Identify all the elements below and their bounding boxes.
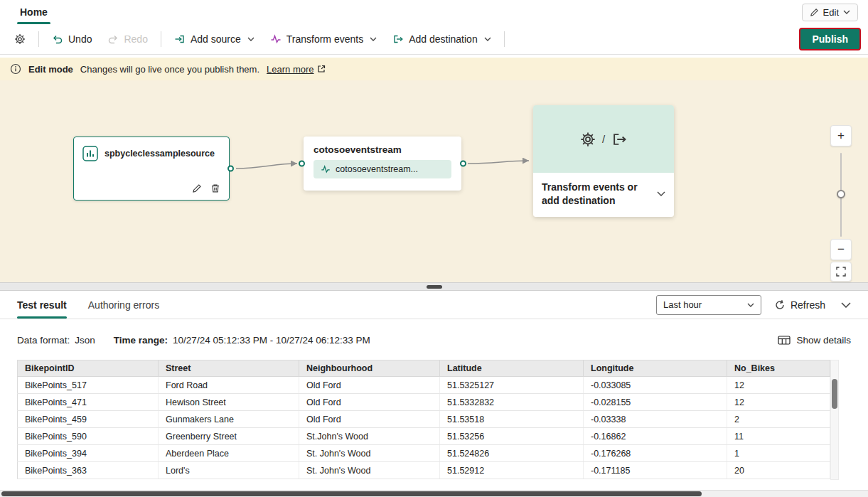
refresh-button[interactable]: Refresh	[774, 299, 825, 311]
eventstream-canvas[interactable]: spbycleclessamplesource cotosoeventstrea…	[0, 80, 868, 282]
table-cell: Greenberry Street	[159, 428, 299, 445]
test-result-panel: Test result Authoring errors Last hour R…	[0, 291, 868, 497]
table-cell: 2	[727, 411, 830, 428]
info-icon	[10, 63, 21, 75]
show-details-button[interactable]: Show details	[778, 335, 851, 346]
tab-home[interactable]: Home	[10, 0, 58, 24]
learn-more-link[interactable]: Learn more	[267, 64, 325, 75]
table-row: BikePoints_394 Aberdeen Place St. John's…	[18, 445, 830, 462]
add-destination-label: Add destination	[409, 33, 478, 45]
chevron-down-icon	[843, 10, 850, 14]
banner-message: Changes will go live once you publish th…	[80, 64, 259, 75]
settings-button[interactable]	[7, 28, 33, 50]
scrollbar-thumb[interactable]	[1, 491, 702, 496]
source-output-port[interactable]	[227, 166, 234, 172]
chevron-down-icon	[247, 37, 254, 41]
source-node-actions	[192, 183, 220, 193]
panel-splitter	[0, 282, 868, 291]
publish-button[interactable]: Publish	[799, 28, 861, 50]
table-cell: 1	[727, 445, 830, 462]
table-row: BikePoints_517 Ford Road Old Ford 51.532…	[18, 377, 830, 394]
edit-node-button[interactable]	[192, 183, 202, 193]
redo-icon	[107, 33, 119, 45]
fit-view-button[interactable]	[830, 262, 852, 282]
data-format-label: Data format:	[17, 335, 70, 346]
result-info-row: Data format: Json Time range: 10/27/24 0…	[0, 319, 868, 360]
column-header-no-bikes: No_Bikes	[727, 360, 830, 377]
table-cell: BikePoints_590	[18, 428, 159, 445]
source-node[interactable]: spbycleclessamplesource	[73, 137, 230, 201]
table-cell: St. John's Wood	[299, 445, 440, 462]
collapse-panel-button[interactable]	[841, 302, 851, 308]
table-cell: St.John's Wood	[299, 428, 440, 445]
table-cell: St. John's Wood	[299, 462, 440, 479]
delete-node-button[interactable]	[210, 183, 220, 193]
tab-test-result[interactable]: Test result	[17, 291, 67, 319]
time-range-select[interactable]: Last hour	[656, 295, 761, 315]
chevron-down-icon	[370, 37, 377, 41]
table-header-row: BikepointID Street Neighbourhood Latitud…	[18, 360, 830, 377]
eventstream-node[interactable]: cotosoeventstream cotosoeventstream...	[304, 137, 461, 191]
add-source-button[interactable]: Add source	[167, 28, 262, 50]
table-cell: 51.52912	[440, 462, 584, 479]
eventstream-input-port[interactable]	[299, 161, 305, 167]
icon-divider: /	[602, 133, 605, 145]
panel-resize-handle[interactable]	[427, 285, 442, 289]
table-cell: Ford Road	[159, 377, 299, 394]
table-vertical-scrollbar[interactable]	[830, 360, 839, 480]
table-cell: BikePoints_471	[18, 394, 159, 411]
redo-label: Redo	[124, 33, 147, 45]
tab-authoring-errors[interactable]: Authoring errors	[88, 291, 159, 319]
undo-button[interactable]: Undo	[45, 28, 99, 50]
table-cell: Old Ford	[299, 377, 440, 394]
horizontal-scrollbar[interactable]	[0, 490, 868, 497]
zoom-in-button[interactable]: +	[830, 125, 852, 146]
show-details-label: Show details	[796, 335, 851, 346]
ribbon-toolbar: Undo Redo Add source Transform events	[0, 24, 868, 55]
column-header-neighbourhood: Neighbourhood	[299, 360, 440, 377]
table-cell: 51.53518	[440, 411, 584, 428]
table-cell: -0.03338	[584, 411, 727, 428]
toolbar-divider	[38, 31, 39, 47]
edit-button[interactable]: Edit	[802, 4, 858, 21]
refresh-label: Refresh	[791, 299, 825, 311]
table-cell: 11	[727, 428, 830, 445]
table-cell: Lord's	[159, 462, 299, 479]
add-destination-button[interactable]: Add destination	[385, 28, 498, 50]
chevron-down-icon	[657, 191, 665, 196]
source-node-header: spbycleclessamplesource	[74, 137, 229, 161]
edit-button-label: Edit	[823, 7, 839, 18]
source-node-title: spbycleclessamplesource	[105, 149, 215, 159]
zoom-out-button[interactable]: −	[830, 239, 852, 260]
table-row: BikePoints_590 Greenberry Street St.John…	[18, 428, 830, 445]
external-link-icon	[317, 65, 326, 73]
time-range-select-value: Last hour	[663, 299, 702, 310]
eventstream-pill[interactable]: cotosoeventstream...	[314, 160, 451, 178]
table-cell: -0.176268	[584, 445, 727, 462]
table-row: BikePoints_471 Hewison Street Old Ford 5…	[18, 394, 830, 411]
table-cell: Gunmakers Lane	[159, 411, 299, 428]
transform-events-icon	[270, 33, 282, 45]
tab-authoring-errors-label: Authoring errors	[88, 299, 159, 311]
table-cell: -0.16862	[584, 428, 727, 445]
transform-events-button[interactable]: Transform events	[263, 28, 384, 50]
scrollbar-thumb[interactable]	[832, 379, 837, 409]
table-cell: BikePoints_394	[18, 445, 159, 462]
pencil-icon	[810, 8, 819, 17]
destination-icon	[611, 132, 627, 147]
tab-test-result-label: Test result	[17, 299, 67, 311]
zoom-slider-handle[interactable]	[837, 190, 845, 198]
column-header-bikepointid: BikepointID	[18, 360, 159, 377]
placeholder-node[interactable]: / Transform events or add destination	[533, 105, 674, 217]
table-cell: 51.5332832	[440, 394, 584, 411]
redo-button[interactable]: Redo	[100, 28, 154, 50]
table-row: BikePoints_459 Gunmakers Lane Old Ford 5…	[18, 411, 830, 428]
placeholder-node-footer: Transform events or add destination	[533, 173, 674, 217]
zoom-slider[interactable]	[830, 153, 852, 237]
time-range-label: Time range:	[114, 335, 168, 346]
results-table: BikepointID Street Neighbourhood Latitud…	[17, 360, 830, 479]
bar-chart-icon	[82, 146, 98, 161]
table-cell: 51.524826	[440, 445, 584, 462]
eventstream-pill-label: cotosoeventstream...	[336, 164, 418, 174]
eventstream-output-port[interactable]	[460, 161, 466, 167]
